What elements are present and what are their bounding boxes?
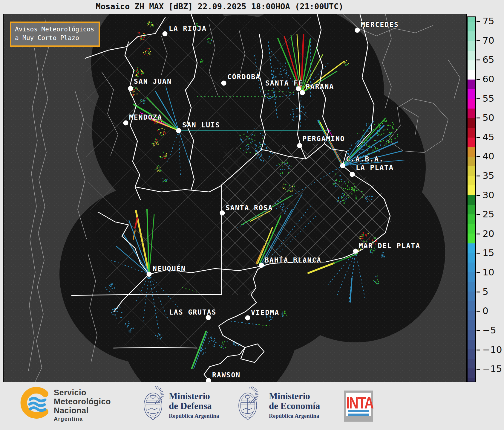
city-label: LA RIOJA (169, 25, 207, 32)
colorbar-tick-mark (477, 156, 480, 157)
economia-crest-icon (236, 386, 259, 422)
colorbar-tick-mark (477, 60, 480, 60)
city-label: SANTA ROSA (226, 204, 273, 212)
colorbar-tick-label: −5 (482, 324, 496, 335)
colorbar-tick-mark (477, 234, 480, 234)
colorbar-tick-label: 5 (482, 286, 488, 297)
colorbar-tick-label: 40 (482, 151, 494, 161)
economia-text: Ministerio de Economía República Argenti… (269, 391, 320, 419)
city-marker[interactable] (297, 143, 302, 148)
city-marker[interactable] (163, 31, 168, 36)
city-marker[interactable] (221, 81, 226, 86)
colorbar-tick-mark (477, 137, 480, 138)
city-label: LAS GRUTAS (169, 308, 216, 316)
colorbar-tick-label: 0 (482, 305, 488, 316)
colorbar-tick-mark (477, 176, 480, 176)
city-marker[interactable] (147, 272, 152, 277)
colorbar-tick-label: 35 (482, 170, 494, 181)
colorbar-tick-mark (477, 40, 480, 41)
city-marker[interactable] (355, 28, 360, 33)
smn-line3: Nacional (54, 406, 111, 415)
colorbar-tick-mark (477, 253, 480, 254)
colorbar-tick-mark (477, 79, 480, 80)
colorbar-tick-mark (477, 21, 480, 22)
colorbar-tick-label: −15 (482, 363, 502, 374)
city-label: C.A.B.A. (346, 155, 384, 163)
footer: Servicio Meteorológico Nacional Argentin… (0, 382, 504, 430)
colorbar-tick-mark (477, 118, 480, 118)
colorbar-tick-mark (477, 292, 480, 292)
page-title: Mosaico ZH MAX [dBZ] 22.09.2025 18:00HOA… (0, 2, 439, 11)
colorbar-tick-label: 60 (482, 74, 494, 84)
radar-map-canvas: LA RIOJAMERCEDESSAN JUANCÓRDOBASANTA FEP… (4, 14, 466, 382)
colorbar-tick-mark (477, 369, 480, 370)
city-label: MAR DEL PLATA (359, 242, 420, 250)
economia-subtitle: República Argentina (269, 413, 320, 419)
colorbar-tick-label: 55 (482, 93, 494, 103)
colorbar-tick-label: 15 (482, 247, 494, 258)
colorbar-tick-mark (477, 311, 480, 312)
smn-line1: Servicio (54, 388, 111, 397)
radar-map: LA RIOJAMERCEDESSAN JUANCÓRDOBASANTA FEP… (3, 14, 467, 383)
inta-logo-inner: INTA (346, 393, 371, 416)
inta-bar-2 (348, 414, 369, 416)
city-marker[interactable] (340, 163, 345, 168)
city-label: NEUQUÉN (153, 264, 186, 272)
city-marker[interactable] (123, 121, 128, 126)
city-marker[interactable] (353, 249, 358, 254)
colorbar-tick-label: 65 (482, 54, 494, 65)
city-label: LA PLATA (356, 164, 394, 171)
city-marker[interactable] (259, 263, 264, 268)
city-marker[interactable] (350, 172, 355, 177)
economia-title1: Ministerio (269, 391, 320, 401)
smn-line2: Meteorológico (54, 397, 111, 406)
warning-box[interactable]: Avisos Meteorológicos a Muy Corto Plazo (10, 22, 100, 47)
colorbar-tick-label: 70 (482, 35, 494, 45)
city-label: SAN JUAN (134, 77, 172, 85)
warning-line-2: a Muy Corto Plazo (15, 34, 94, 42)
smn-logo-icon (19, 386, 52, 419)
colorbar-tick-mark (477, 330, 480, 331)
radar-mosaic-page: { "title": "Mosaico ZH MAX [dBZ] 22.09.2… (0, 0, 504, 430)
colorbar-tick-label: 25 (482, 209, 494, 219)
city-label: CÓRDOBA (227, 73, 261, 81)
colorbar-area: 757065605550454035302520151050−5−10−15 (467, 16, 504, 382)
colorbar (467, 16, 476, 382)
city-label: VIEDMA (251, 309, 279, 316)
colorbar-tick-mark (477, 214, 480, 215)
city-marker[interactable] (128, 86, 133, 91)
city-label: BAHÍA BLANCA (265, 256, 321, 264)
inta-logo: INTA (344, 391, 373, 422)
defensa-crest-icon (141, 386, 165, 422)
city-marker[interactable] (300, 90, 305, 95)
city-label: PARANA (306, 83, 334, 90)
smn-line4: Argentina (54, 416, 111, 422)
colorbar-tick-label: −10 (482, 344, 502, 355)
colorbar-tick-mark (477, 195, 480, 196)
city-marker[interactable] (176, 128, 181, 133)
colorbar-tick-mark (477, 350, 480, 350)
defensa-title2: de Defensa (169, 401, 219, 411)
colorbar-tick-mark (477, 98, 480, 99)
colorbar-tick-label: 30 (482, 189, 494, 200)
city-label: PERGAMINO (302, 135, 345, 143)
warning-line-1: Avisos Meteorológicos (15, 25, 94, 34)
colorbar-tick-mark (477, 272, 480, 273)
colorbar-tick-label: 50 (482, 112, 494, 123)
city-label: SANTA FE (265, 79, 303, 87)
colorbar-tick-label: 75 (482, 16, 494, 26)
city-label: RAWSON (212, 371, 240, 379)
city-marker[interactable] (220, 211, 225, 216)
defensa-text: Ministerio de Defensa República Argentin… (169, 391, 219, 419)
inta-label: INTA (346, 394, 371, 412)
defensa-subtitle: República Argentina (169, 413, 219, 419)
defensa-title1: Ministerio (169, 391, 219, 401)
economia-title2: de Economía (269, 401, 320, 411)
colorbar-tick-label: 20 (482, 228, 494, 239)
colorbar-tick-label: 45 (482, 131, 494, 142)
colorbar-tick-label: 10 (482, 267, 494, 277)
city-label: MERCEDES (361, 21, 399, 28)
city-label: SAN LUIS (182, 121, 220, 129)
city-marker[interactable] (296, 86, 301, 92)
city-marker[interactable] (245, 315, 250, 321)
